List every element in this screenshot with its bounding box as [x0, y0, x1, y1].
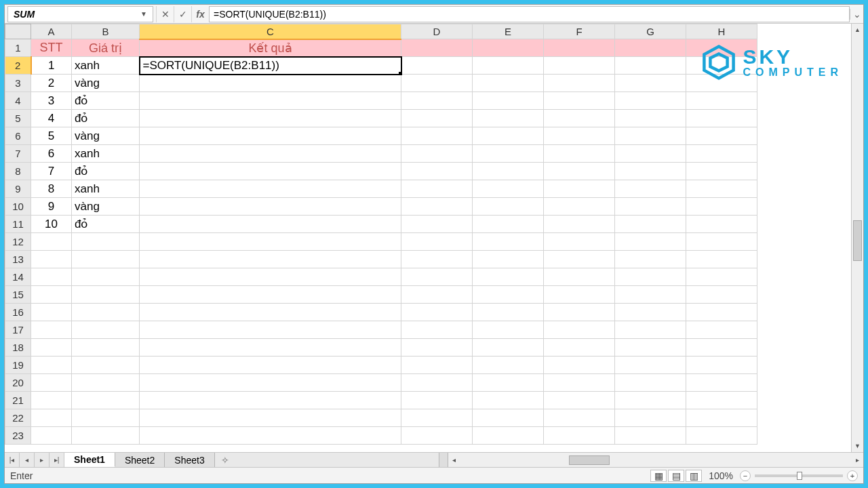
cell-B17[interactable] [72, 321, 140, 339]
cell-D13[interactable] [401, 251, 473, 268]
vertical-scrollbar[interactable]: ▲ ▼ [851, 24, 863, 452]
cell-B2[interactable]: xanh [72, 57, 140, 75]
cell-E14[interactable] [473, 268, 544, 286]
cell-E7[interactable] [473, 145, 544, 163]
tab-nav-first[interactable]: |◂ [5, 453, 20, 467]
cell-E1[interactable] [473, 39, 544, 57]
tab-nav-last[interactable]: ▸| [50, 453, 64, 467]
cell-G7[interactable] [615, 145, 686, 163]
cell-D5[interactable] [401, 110, 473, 127]
col-header-C[interactable]: C [140, 24, 401, 39]
row-header-22[interactable]: 22 [5, 409, 31, 427]
tab-nav-next[interactable]: ▸ [35, 453, 50, 467]
cell-E16[interactable] [473, 304, 544, 321]
cell-D19[interactable] [401, 357, 473, 374]
cell-E8[interactable] [473, 163, 544, 180]
cell-E5[interactable] [473, 110, 544, 127]
cell-C9[interactable] [140, 180, 401, 198]
cell-B8[interactable]: đỏ [72, 163, 140, 180]
cell-D22[interactable] [401, 409, 473, 427]
cell-E13[interactable] [473, 251, 544, 268]
hscroll-left-icon[interactable]: ◂ [448, 456, 460, 464]
cell-A7[interactable]: 6 [31, 145, 72, 163]
name-box[interactable]: SUM ▼ [7, 6, 153, 22]
cell-B22[interactable] [72, 409, 140, 427]
enter-edit-button[interactable]: ✓ [174, 6, 191, 22]
name-box-dropdown-icon[interactable]: ▼ [140, 10, 147, 18]
row-header-11[interactable]: 11 [5, 216, 31, 233]
row-header-5[interactable]: 5 [5, 110, 31, 127]
row-header-21[interactable]: 21 [5, 392, 31, 409]
cell-G10[interactable] [615, 198, 686, 216]
cell-A23[interactable] [31, 427, 72, 445]
cell-F7[interactable] [544, 145, 615, 163]
row-header-15[interactable]: 15 [5, 286, 31, 304]
expand-formula-bar[interactable]: ⌄ [850, 9, 863, 20]
cell-A22[interactable] [31, 409, 72, 427]
cell-F1[interactable] [544, 39, 615, 57]
cell-H16[interactable] [686, 304, 757, 321]
cell-F3[interactable] [544, 75, 615, 92]
cell-C15[interactable] [140, 286, 401, 304]
cell-D21[interactable] [401, 392, 473, 409]
cancel-edit-button[interactable]: ✕ [156, 6, 174, 22]
cell-G11[interactable] [615, 216, 686, 233]
cell-H19[interactable] [686, 357, 757, 374]
cell-A19[interactable] [31, 357, 72, 374]
cell-E4[interactable] [473, 92, 544, 110]
cell-B5[interactable]: đỏ [72, 110, 140, 127]
cell-F4[interactable] [544, 92, 615, 110]
cell-D7[interactable] [401, 145, 473, 163]
cell-H8[interactable] [686, 163, 757, 180]
cell-C19[interactable] [140, 357, 401, 374]
cell-A2[interactable]: 1 [31, 57, 72, 75]
cell-D17[interactable] [401, 321, 473, 339]
cell-B4[interactable]: đỏ [72, 92, 140, 110]
view-page-layout-button[interactable]: ▤ [668, 470, 684, 482]
cell-E23[interactable] [473, 427, 544, 445]
cell-E9[interactable] [473, 180, 544, 198]
cell-F2[interactable] [544, 57, 615, 75]
hscroll-thumb[interactable] [569, 455, 610, 465]
zoom-out-button[interactable]: − [740, 470, 751, 481]
cell-H21[interactable] [686, 392, 757, 409]
horizontal-scrollbar[interactable]: ◂ ▸ [448, 453, 863, 467]
cell-G13[interactable] [615, 251, 686, 268]
cell-A18[interactable] [31, 339, 72, 357]
row-header-3[interactable]: 3 [5, 75, 31, 92]
cell-F10[interactable] [544, 198, 615, 216]
zoom-in-button[interactable]: + [847, 470, 858, 481]
view-page-break-button[interactable]: ▥ [686, 470, 702, 482]
col-header-G[interactable]: G [615, 24, 686, 39]
row-header-20[interactable]: 20 [5, 374, 31, 392]
col-header-H[interactable]: H [686, 24, 757, 39]
cell-D14[interactable] [401, 268, 473, 286]
cell-B12[interactable] [72, 233, 140, 251]
formula-input[interactable]: =SORT(UNIQUE(B2:B11)) [209, 6, 850, 22]
cell-F9[interactable] [544, 180, 615, 198]
cell-A17[interactable] [31, 321, 72, 339]
cell-D4[interactable] [401, 92, 473, 110]
cell-H7[interactable] [686, 145, 757, 163]
cell-F17[interactable] [544, 321, 615, 339]
cell-H17[interactable] [686, 321, 757, 339]
cell-G5[interactable] [615, 110, 686, 127]
cell-H9[interactable] [686, 180, 757, 198]
cell-D3[interactable] [401, 75, 473, 92]
cell-C20[interactable] [140, 374, 401, 392]
row-header-18[interactable]: 18 [5, 339, 31, 357]
cell-G22[interactable] [615, 409, 686, 427]
cell-D12[interactable] [401, 233, 473, 251]
cell-D6[interactable] [401, 127, 473, 145]
cell-B18[interactable] [72, 339, 140, 357]
cell-H1[interactable] [686, 39, 757, 57]
zoom-slider[interactable] [755, 474, 843, 477]
cell-C23[interactable] [140, 427, 401, 445]
cell-A15[interactable] [31, 286, 72, 304]
cell-F11[interactable] [544, 216, 615, 233]
cell-A16[interactable] [31, 304, 72, 321]
row-header-2[interactable]: 2 [5, 57, 31, 75]
cell-D16[interactable] [401, 304, 473, 321]
cell-B21[interactable] [72, 392, 140, 409]
row-header-19[interactable]: 19 [5, 357, 31, 374]
